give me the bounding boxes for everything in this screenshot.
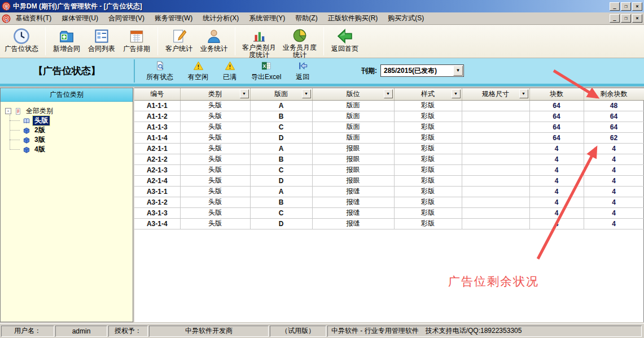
toolbar-button-label: 广告排期 <box>123 45 150 53</box>
page-title: 【广告位状态】 <box>0 58 134 84</box>
cell-size <box>462 175 529 186</box>
toolbar-button-new-contract[interactable]: 新增合同 <box>49 26 84 57</box>
mdi-minimize-button[interactable]: _ <box>610 14 620 23</box>
table-row-8[interactable]: A2-1-4头版D报眼彩版44 <box>134 175 644 186</box>
menu-item-9[interactable]: 购买方式(S) <box>383 12 429 25</box>
table-row-5[interactable]: A2-1-1头版A报眼彩版44 <box>134 143 644 154</box>
tree-item-3[interactable]: 3版 <box>22 135 133 145</box>
table-row-4[interactable]: A1-1-4头版D版面彩版6462 <box>134 132 644 143</box>
tree-item-label: 全部类别 <box>24 106 55 116</box>
table-row-3[interactable]: A1-1-3头版C版面彩版6464 <box>134 122 644 132</box>
cell-id: A2-1-2 <box>134 154 180 164</box>
cell-style: 彩版 <box>394 132 462 143</box>
title-bar: 中异DM (期刊)广告管理软件 - [广告位状态] _ ❐ × <box>0 0 644 12</box>
tree-item-2[interactable]: 2版 <box>22 125 133 135</box>
tree-item-4[interactable]: 4版 <box>22 145 133 154</box>
column-header-position[interactable]: 版位▼ <box>312 88 394 100</box>
cell-remaining: 64 <box>584 111 644 122</box>
cell-category: 头版 <box>180 207 250 218</box>
table-row-12[interactable]: A3-1-4头版D报缝彩版44 <box>134 218 644 229</box>
business-stats-icon <box>205 27 222 45</box>
category-sidebar: 广告位类别 -全部类别头版2版3版4版 <box>0 88 133 322</box>
toolbar-button-customer-stats[interactable]: 客户统计 <box>161 26 196 57</box>
issue-period-select[interactable]: 285/2015(已发布) ▼ <box>380 64 464 77</box>
cell-blocks: 4 <box>529 197 584 207</box>
filter-button-category[interactable]: ▼ <box>240 89 249 98</box>
menu-item-6[interactable]: 系统管理(Y) <box>244 12 290 25</box>
cell-page: B <box>250 197 312 207</box>
table-row-11[interactable]: A3-1-3头版C报缝彩版44 <box>134 207 644 218</box>
cell-id: A3-1-2 <box>134 197 180 207</box>
status-grid-panel: 编号类别▼版面▼版位▼样式▼规格尺寸▼块数剩余块数 A1-1-1头版A版面彩版6… <box>134 88 644 322</box>
column-header-blocks[interactable]: 块数 <box>529 88 584 100</box>
cell-position: 报眼 <box>312 154 394 164</box>
toolbar-button-label: 新增合同 <box>53 45 80 53</box>
toolbar-button-label: 业务员月度统计 <box>283 44 317 59</box>
cell-blocks: 4 <box>529 207 584 218</box>
table-row-7[interactable]: A2-1-3头版C报眼彩版44 <box>134 164 644 175</box>
cell-remaining: 4 <box>584 175 644 186</box>
mdi-close-button[interactable]: × <box>632 14 642 23</box>
tree-expand-icon[interactable]: - <box>5 108 11 114</box>
main-toolbar: 广告位状态新增合同合同列表广告排期客户统计业务统计客户类别月度统计业务员月度统计… <box>0 25 644 58</box>
toolbar-button-schedule[interactable]: 广告排期 <box>119 26 154 57</box>
table-row-6[interactable]: A2-1-2头版B报眼彩版44 <box>134 154 644 164</box>
column-header-style[interactable]: 样式▼ <box>394 88 462 100</box>
column-header-page[interactable]: 版面▼ <box>250 88 312 100</box>
filter-button-size[interactable]: ▼ <box>519 89 528 98</box>
cell-remaining: 4 <box>584 154 644 164</box>
table-row-2[interactable]: A1-1-2头版B版面彩版6464 <box>134 111 644 122</box>
window-close-button[interactable]: × <box>632 2 642 11</box>
tree-item-1[interactable]: 头版 <box>22 116 133 125</box>
subtoolbar-button-2[interactable]: 有空闲 <box>181 58 216 84</box>
toolbar-button-pie-chart[interactable]: 业务员月度统计 <box>279 26 320 57</box>
toolbar-separator <box>235 27 235 55</box>
chevron-down-icon[interactable]: ▼ <box>453 66 463 76</box>
table-row-9[interactable]: A3-1-1头版A报缝彩版44 <box>134 186 644 197</box>
menu-item-8[interactable]: 正版软件购买(R) <box>323 12 383 25</box>
menu-item-7[interactable]: 帮助(Z) <box>290 12 322 25</box>
toolbar-button-business-stats[interactable]: 业务统计 <box>196 26 231 57</box>
mdi-restore-button[interactable]: ❐ <box>621 14 631 23</box>
subtoolbar-button-1[interactable]: 所有状态 <box>139 58 181 84</box>
window-minimize-button[interactable]: _ <box>610 2 620 11</box>
menu-item-2[interactable]: 媒体管理(U) <box>56 12 103 25</box>
table-row-10[interactable]: A3-1-2头版B报缝彩版44 <box>134 197 644 207</box>
column-header-id[interactable]: 编号 <box>134 88 180 100</box>
subtoolbar-button-3[interactable]: 已满 <box>216 58 244 84</box>
cell-position: 报眼 <box>312 164 394 175</box>
subtoolbar-button-label: 所有状态 <box>146 72 173 82</box>
menu-item-4[interactable]: 账务管理(W) <box>150 12 198 25</box>
window-restore-button[interactable]: ❐ <box>621 2 631 11</box>
tree-item-label: 3版 <box>33 135 47 145</box>
toolbar-button-contract-list[interactable]: 合同列表 <box>84 26 119 57</box>
cell-position: 版面 <box>312 100 394 111</box>
new-contract-icon <box>58 27 75 45</box>
cell-category: 头版 <box>180 175 250 186</box>
cell-id: A3-1-4 <box>134 218 180 229</box>
toolbar-button-clock[interactable]: 广告位状态 <box>1 26 42 57</box>
tree-item-root[interactable]: -全部类别 <box>5 106 133 116</box>
menu-item-3[interactable]: 合同管理(V) <box>103 12 150 25</box>
column-header-category[interactable]: 类别▼ <box>180 88 250 100</box>
customer-stats-icon <box>170 27 187 45</box>
menu-item-1[interactable]: 基础资料(T) <box>11 12 56 25</box>
filter-button-style[interactable]: ▼ <box>452 89 461 98</box>
column-header-label: 版位 <box>347 90 360 98</box>
tree-item-label: 头版 <box>33 116 50 125</box>
excel-icon: X <box>261 60 271 71</box>
filter-button-page[interactable]: ▼ <box>302 89 311 98</box>
window-title: 中异DM (期刊)广告管理软件 - [广告位状态] <box>13 2 608 11</box>
cell-remaining: 4 <box>584 164 644 175</box>
toolbar-button-home-arrow[interactable]: 返回首页 <box>327 26 362 57</box>
column-header-remaining[interactable]: 剩余块数 <box>584 88 644 100</box>
subtoolbar-button-5[interactable]: 返回 <box>288 58 317 84</box>
column-header-size[interactable]: 规格尺寸▼ <box>462 88 529 100</box>
menu-item-5[interactable]: 统计分析(X) <box>198 12 244 25</box>
cell-style: 彩版 <box>394 218 462 229</box>
toolbar-button-label: 客户类别月度统计 <box>242 44 276 59</box>
subtoolbar-button-4[interactable]: X导出Excel <box>244 58 288 84</box>
table-row-1[interactable]: A1-1-1头版A版面彩版6448 <box>134 100 644 111</box>
filter-button-position[interactable]: ▼ <box>384 89 393 98</box>
toolbar-button-category-chart[interactable]: 客户类别月度统计 <box>239 26 279 57</box>
